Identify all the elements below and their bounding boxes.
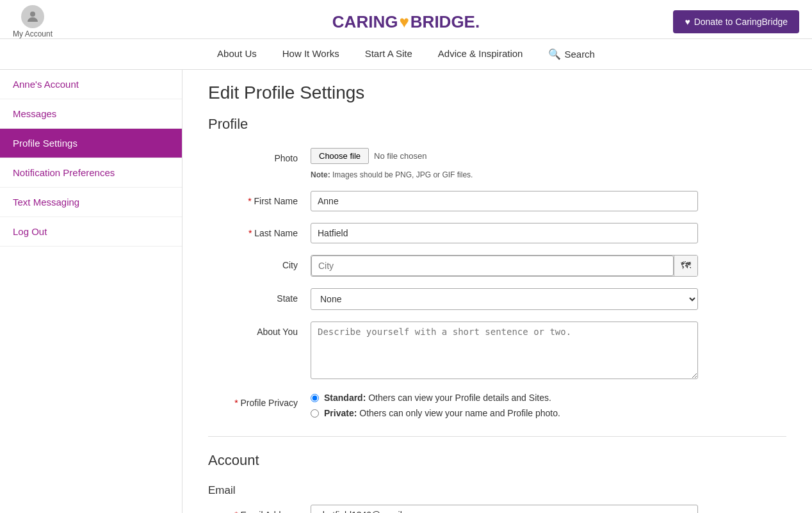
profile-privacy-control: Standard: Others can view your Profile d… bbox=[311, 393, 698, 423]
profile-section-title: Profile bbox=[208, 116, 786, 136]
photo-label: Photo bbox=[208, 148, 311, 163]
nav-search[interactable]: 🔍 Search bbox=[548, 48, 595, 60]
email-address-row: * Email Address bbox=[208, 505, 786, 513]
donate-label: Donate to CaringBridge bbox=[694, 17, 788, 27]
email-address-control bbox=[311, 505, 698, 513]
privacy-private-radio[interactable] bbox=[311, 409, 319, 418]
privacy-standard-option: Standard: Others can view your Profile d… bbox=[311, 393, 698, 403]
photo-row: Photo Choose file No file chosen Note: I… bbox=[208, 148, 786, 179]
privacy-private-desc: Others can only view your name and Profi… bbox=[359, 408, 560, 418]
photo-control: Choose file No file chosen Note: Images … bbox=[311, 148, 698, 179]
email-sub-title: Email bbox=[208, 484, 786, 497]
email-address-label: * Email Address bbox=[208, 505, 311, 513]
sidebar: Anne's Account Messages Profile Settings… bbox=[0, 70, 183, 513]
donate-heart-icon: ♥ bbox=[685, 17, 690, 27]
no-file-text: No file chosen bbox=[374, 151, 426, 161]
account-section: Account Email * Email Address Password O… bbox=[208, 452, 786, 513]
about-you-control bbox=[311, 322, 698, 381]
choose-file-button[interactable]: Choose file bbox=[311, 148, 369, 164]
city-input[interactable] bbox=[311, 256, 674, 276]
city-control: 🗺 bbox=[311, 255, 698, 277]
photo-note-label: Note: bbox=[311, 170, 330, 179]
logo-caring: CARING bbox=[332, 12, 398, 32]
logo-bridge: BRIDGE. bbox=[410, 12, 480, 32]
donate-button[interactable]: ♥ Donate to CaringBridge bbox=[673, 10, 799, 33]
logo-heart-icon: ♥ bbox=[399, 12, 409, 32]
profile-privacy-row: * Profile Privacy Standard: Others can v… bbox=[208, 393, 786, 423]
last-name-input[interactable] bbox=[311, 223, 698, 243]
sidebar-item-messages[interactable]: Messages bbox=[0, 99, 182, 129]
state-row: State None Alabama Alaska Arizona Arkans… bbox=[208, 288, 786, 310]
nav-start-a-site[interactable]: Start A Site bbox=[365, 48, 412, 60]
search-icon: 🔍 bbox=[548, 48, 561, 60]
sidebar-item-notification-preferences[interactable]: Notification Preferences bbox=[0, 158, 182, 188]
nav-how-it-works[interactable]: How It Works bbox=[282, 48, 339, 60]
about-you-label: About You bbox=[208, 322, 311, 337]
about-you-textarea[interactable] bbox=[311, 322, 698, 379]
photo-note-text: Images should be PNG, JPG or GIF files. bbox=[332, 170, 473, 179]
privacy-standard-radio[interactable] bbox=[311, 394, 319, 402]
page-title: Edit Profile Settings bbox=[208, 83, 786, 103]
first-name-control bbox=[311, 191, 698, 211]
city-row: City 🗺 bbox=[208, 255, 786, 277]
account-section-title: Account bbox=[208, 452, 786, 473]
nav-about-us[interactable]: About Us bbox=[217, 48, 257, 60]
privacy-standard-desc: Others can view your Profile details and… bbox=[368, 393, 551, 403]
first-name-row: * First Name bbox=[208, 191, 786, 211]
svg-point-0 bbox=[30, 12, 35, 17]
about-you-row: About You bbox=[208, 322, 786, 381]
city-location-button[interactable]: 🗺 bbox=[674, 256, 697, 276]
avatar bbox=[21, 5, 44, 28]
my-account-label: My Account bbox=[13, 29, 53, 38]
sidebar-item-annes-account[interactable]: Anne's Account bbox=[0, 70, 182, 99]
top-bar: My Account CARING ♥ BRIDGE. ♥ Donate to … bbox=[0, 0, 812, 39]
email-address-input[interactable] bbox=[311, 505, 698, 513]
last-name-control bbox=[311, 223, 698, 243]
privacy-private-option: Private: Others can only view your name … bbox=[311, 408, 698, 418]
first-name-input[interactable] bbox=[311, 191, 698, 211]
main-nav: About Us How It Works Start A Site Advic… bbox=[0, 39, 812, 70]
last-name-row: * Last Name bbox=[208, 223, 786, 243]
city-label: City bbox=[208, 255, 311, 270]
privacy-standard-label: Standard: bbox=[324, 393, 366, 403]
profile-privacy-label: * Profile Privacy bbox=[208, 393, 311, 408]
last-name-label: * Last Name bbox=[208, 223, 311, 238]
my-account-area[interactable]: My Account bbox=[13, 5, 53, 38]
page-layout: Anne's Account Messages Profile Settings… bbox=[0, 70, 812, 513]
state-label: State bbox=[208, 288, 311, 304]
sidebar-item-log-out[interactable]: Log Out bbox=[0, 217, 182, 247]
nav-advice-inspiration[interactable]: Advice & Inspiration bbox=[438, 48, 523, 60]
sidebar-item-profile-settings[interactable]: Profile Settings bbox=[0, 129, 182, 158]
main-content: Edit Profile Settings Profile Photo Choo… bbox=[183, 70, 812, 513]
city-wrapper: 🗺 bbox=[311, 255, 698, 277]
privacy-private-label: Private: bbox=[324, 408, 357, 418]
logo-area: CARING ♥ BRIDGE. bbox=[332, 12, 480, 32]
state-select[interactable]: None Alabama Alaska Arizona Arkansas Cal… bbox=[311, 288, 698, 310]
location-icon: 🗺 bbox=[681, 260, 691, 271]
sidebar-item-text-messaging[interactable]: Text Messaging bbox=[0, 188, 182, 217]
state-control: None Alabama Alaska Arizona Arkansas Cal… bbox=[311, 288, 698, 310]
section-divider bbox=[208, 436, 786, 437]
first-name-label: * First Name bbox=[208, 191, 311, 206]
